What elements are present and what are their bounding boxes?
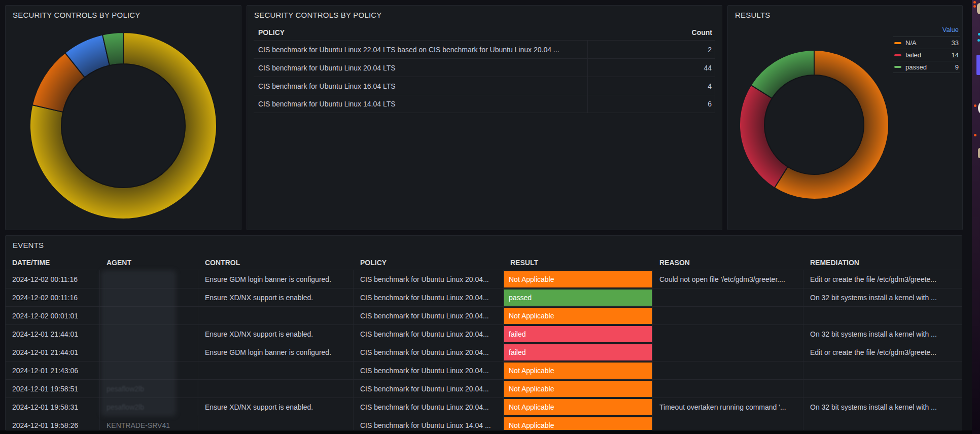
edge-orange-dot bbox=[974, 134, 976, 136]
legend-value[interactable]: 9 bbox=[955, 63, 960, 71]
policy-cell: CIS benchmark for Ubuntu Linux 14.04 LTS bbox=[254, 100, 587, 108]
panel-security-controls-by-policy-pie: SECURITY CONTROLS BY POLICY bbox=[5, 5, 241, 230]
event-agent-cell bbox=[100, 325, 198, 343]
event-reason-cell bbox=[653, 325, 803, 343]
event-remediation-cell: Edit or create the file /etc/gdm3/greete… bbox=[803, 343, 962, 361]
legend-label[interactable]: passed bbox=[905, 63, 955, 71]
event-result-cell: failed bbox=[504, 325, 653, 343]
event-datetime-cell: 2024-12-01 21:44:01 bbox=[6, 343, 100, 361]
event-control-cell: Ensure XD/NX support is enabled. bbox=[198, 325, 354, 343]
event-datetime-cell: 2024-12-02 00:01:01 bbox=[6, 307, 100, 324]
event-datetime-cell: 2024-12-02 00:11:16 bbox=[6, 288, 100, 306]
event-control-cell bbox=[198, 380, 354, 397]
event-reason-cell bbox=[653, 380, 803, 397]
policy-cell: CIS benchmark for Ubuntu Linux 16.04 LTS bbox=[254, 82, 587, 90]
events-table-row: 2024-12-01 19:58:26KENTRADE-SRV41CIS ben… bbox=[6, 416, 962, 430]
panel-results: RESULTS Value N/A33failed14passed9 bbox=[727, 5, 963, 230]
legend-label[interactable]: N/A bbox=[905, 39, 952, 47]
events-table-row: 2024-12-02 00:11:16Ensure XD/NX support … bbox=[6, 288, 962, 307]
panel-events: EVENTS DATE/TIMEAGENTCONTROLPOLICYRESULT… bbox=[5, 235, 962, 430]
events-table-row: 2024-12-01 21:43:06CIS benchmark for Ubu… bbox=[6, 361, 962, 380]
events-column-header-control[interactable]: CONTROL bbox=[198, 255, 354, 270]
event-policy-cell: CIS benchmark for Ubuntu Linux 20.04... bbox=[354, 325, 504, 343]
results-donut-hole bbox=[765, 76, 863, 174]
event-datetime-cell: 2024-12-01 19:58:51 bbox=[6, 380, 100, 397]
policy-count-table: POLICY Count CIS benchmark for Ubuntu Li… bbox=[254, 25, 715, 113]
event-agent-cell bbox=[100, 288, 198, 306]
event-datetime-cell: 2024-12-01 19:58:31 bbox=[6, 398, 100, 416]
event-datetime-cell: 2024-12-02 00:11:16 bbox=[6, 270, 100, 288]
legend-row-failed[interactable]: failed14 bbox=[893, 49, 960, 61]
event-policy-cell: CIS benchmark for Ubuntu Linux 20.04... bbox=[354, 343, 504, 361]
policy-table-row: CIS benchmark for Ubuntu Linux 20.04 LTS… bbox=[254, 58, 715, 77]
result-status-badge: Not Applicable bbox=[504, 308, 652, 324]
column-header-policy[interactable]: POLICY bbox=[254, 28, 587, 37]
dashboard-canvas: SECURITY CONTROLS BY POLICY SECURITY CON… bbox=[0, 0, 972, 430]
legend-swatch-icon bbox=[894, 54, 901, 56]
event-agent-cell bbox=[100, 343, 198, 361]
event-control-cell: Ensure XD/NX support is enabled. bbox=[198, 398, 354, 416]
event-reason-cell bbox=[653, 416, 803, 430]
column-header-count[interactable]: Count bbox=[587, 28, 715, 37]
result-status-badge: Not Applicable bbox=[504, 363, 652, 379]
event-datetime-cell: 2024-12-01 19:58:26 bbox=[6, 416, 100, 430]
legend-swatch-icon bbox=[894, 66, 901, 68]
panel-title[interactable]: EVENTS bbox=[13, 241, 44, 249]
event-policy-cell: CIS benchmark for Ubuntu Linux 20.04... bbox=[354, 288, 504, 306]
legend-value[interactable]: 33 bbox=[952, 39, 960, 47]
event-reason-cell bbox=[653, 361, 803, 379]
event-policy-cell: CIS benchmark for Ubuntu Linux 20.04... bbox=[354, 270, 504, 288]
event-remediation-cell: On 32 bit systems install a kernel with … bbox=[803, 398, 962, 416]
desktop-edge-strip bbox=[972, 0, 980, 434]
event-agent-cell bbox=[100, 270, 198, 288]
legend-value[interactable]: 14 bbox=[952, 51, 960, 59]
event-result-cell: Not Applicable bbox=[504, 380, 653, 397]
edge-orange-dot bbox=[973, 1, 976, 4]
events-table-row: 2024-12-02 00:01:01CIS benchmark for Ubu… bbox=[6, 307, 962, 325]
panel-security-controls-by-policy-table: SECURITY CONTROLS BY POLICY POLICY Count… bbox=[247, 5, 722, 230]
events-table-row: 2024-12-01 21:44:01Ensure XD/NX support … bbox=[6, 325, 962, 343]
event-remediation-cell: Edit or create the file /etc/gdm3/greete… bbox=[803, 270, 962, 288]
edge-cyan-dot bbox=[977, 39, 980, 42]
policy-donut-hole bbox=[62, 64, 185, 187]
event-agent-cell bbox=[100, 307, 198, 324]
legend-row-n-a[interactable]: N/A33 bbox=[893, 37, 960, 49]
event-control-cell bbox=[198, 416, 354, 430]
events-column-header-remediation[interactable]: REMEDIATION bbox=[803, 255, 962, 270]
events-column-header-reason[interactable]: REASON bbox=[653, 255, 803, 270]
events-column-header-date-time[interactable]: DATE/TIME bbox=[6, 255, 100, 270]
results-legend: Value N/A33failed14passed9 bbox=[893, 26, 960, 73]
event-agent-cell: pesaflow2lb bbox=[100, 380, 198, 397]
events-column-header-agent[interactable]: AGENT bbox=[100, 255, 198, 270]
edge-tan-shape bbox=[977, 3, 980, 14]
event-datetime-cell: 2024-12-01 21:43:06 bbox=[6, 361, 100, 379]
events-table-row: 2024-12-01 21:44:01Ensure GDM login bann… bbox=[6, 343, 962, 361]
edge-cyan-dot bbox=[978, 33, 980, 35]
legend-row-passed[interactable]: passed9 bbox=[893, 61, 960, 73]
events-table-body: 2024-12-02 00:11:16Ensure GDM login bann… bbox=[6, 270, 962, 430]
result-status-badge: Not Applicable bbox=[504, 417, 652, 431]
event-policy-cell: CIS benchmark for Ubuntu Linux 14.04 ... bbox=[354, 416, 504, 430]
result-status-badge: Not Applicable bbox=[504, 381, 652, 397]
event-reason-cell: Timeout overtaken running command '... bbox=[653, 398, 803, 416]
event-result-cell: Not Applicable bbox=[504, 398, 653, 416]
event-agent-cell bbox=[100, 361, 198, 379]
result-status-badge: failed bbox=[504, 344, 652, 360]
events-column-header-result[interactable]: RESULT bbox=[504, 255, 653, 270]
policy-cell: CIS benchmark for Ubuntu Linux 22.04 LTS… bbox=[254, 46, 587, 54]
events-column-header-policy[interactable]: POLICY bbox=[354, 255, 504, 270]
event-reason-cell bbox=[653, 307, 803, 324]
count-cell: 4 bbox=[587, 77, 715, 95]
edge-violet-rect bbox=[976, 55, 980, 75]
legend-label[interactable]: failed bbox=[905, 51, 952, 59]
events-table-header: DATE/TIMEAGENTCONTROLPOLICYRESULTREASONR… bbox=[6, 255, 962, 270]
event-datetime-cell: 2024-12-01 21:44:01 bbox=[6, 325, 100, 343]
event-result-cell: Not Applicable bbox=[504, 361, 653, 379]
legend-value-header[interactable]: Value bbox=[893, 26, 960, 37]
event-control-cell: Ensure XD/NX support is enabled. bbox=[198, 288, 354, 306]
panel-title[interactable]: SECURITY CONTROLS BY POLICY bbox=[254, 11, 382, 19]
event-result-cell: failed bbox=[504, 343, 653, 361]
event-policy-cell: CIS benchmark for Ubuntu Linux 20.04... bbox=[354, 398, 504, 416]
edge-white-circle bbox=[978, 100, 980, 116]
event-remediation-cell: On 32 bit systems install a kernel with … bbox=[803, 288, 962, 306]
